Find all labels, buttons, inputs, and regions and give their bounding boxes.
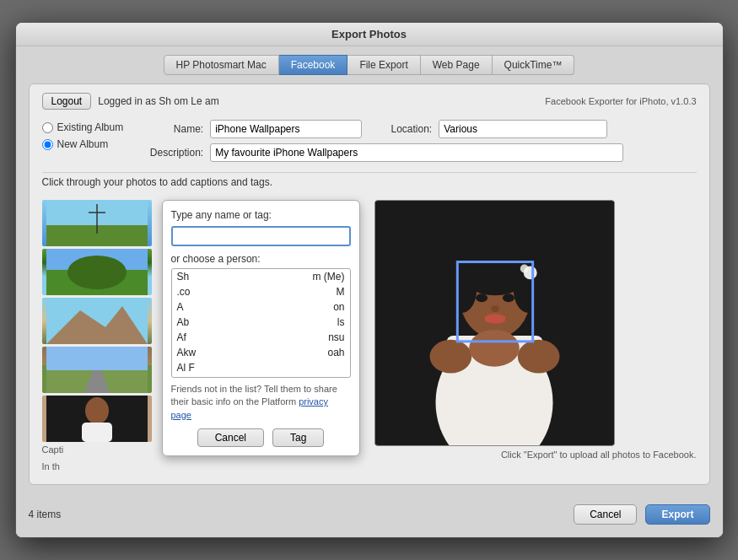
cancel-button[interactable]: Cancel [574,504,637,525]
location-input[interactable] [439,120,607,138]
person-list: Shm (Me) .coM Aon Abls [172,269,350,377]
svg-point-29 [429,340,471,374]
person-item[interactable]: Aon [172,299,350,315]
tab-web-page[interactable]: Web Page [421,55,493,75]
top-bar-left: Logout Logged in as Sh om Le am [42,93,219,110]
thumbnail-panel: Capti In th [42,200,152,471]
svg-point-31 [469,330,520,367]
tab-hp-photosmart[interactable]: HP Photosmart Mac [164,55,279,75]
photo-preview-panel: Click "Export" to upload all photos to F… [374,200,697,460]
items-count: 4 items [29,509,62,520]
svg-rect-9 [46,347,148,372]
titlebar: Export Photos [16,23,723,46]
svg-point-25 [476,293,488,302]
person-item[interactable]: Afnsu [172,330,350,345]
thumbnail-list [42,200,152,442]
version-text: Facebook Exporter for iPhoto, v1.0.3 [545,96,696,106]
thumbnail-item[interactable] [42,347,152,393]
logout-button[interactable]: Logout [42,93,92,110]
svg-rect-14 [82,423,112,442]
existing-album-radio[interactable] [42,122,53,133]
thumbnail-item[interactable] [42,298,152,344]
name-field-label: Name: [140,123,203,135]
instructions: Click through your photos to add caption… [42,172,697,191]
description-row: Description: [140,143,696,162]
person-item[interactable]: Al F [172,360,350,375]
tabs-bar: HP Photosmart Mac Facebook File Export W… [29,55,710,75]
person-item[interactable]: .coM [172,284,350,299]
thumbnail-item-selected[interactable] [42,396,152,442]
popup-panel: Type any name or tag: or choose a person… [162,200,360,456]
fields-section: Name: Location: Description: [140,120,696,162]
export-button[interactable]: Export [645,504,709,525]
caption-label: Capti [42,444,152,455]
name-input[interactable] [210,120,362,138]
inner-panel: Logout Logged in as Sh om Le am Facebook… [29,83,710,485]
new-album-label: New Album [57,138,109,150]
popup-buttons: Cancel Tag [171,428,351,447]
svg-point-28 [484,314,506,324]
window-content: HP Photosmart Mac Facebook File Export W… [16,46,723,537]
radio-group: Existing Album New Album [42,120,124,162]
svg-point-24 [520,264,528,272]
svg-point-30 [517,340,559,374]
window-title: Export Photos [331,28,407,40]
bottom-buttons: Cancel Export [574,504,709,525]
location-field-label: Location: [369,123,432,135]
existing-album-row: Existing Album [42,121,124,133]
svg-point-27 [491,305,499,312]
svg-point-13 [85,397,109,424]
new-album-radio[interactable] [42,139,53,150]
choose-person-label: or choose a person: [171,253,351,265]
export-hint: Click "Export" to upload all photos to F… [374,450,697,460]
new-album-row: New Album [42,138,124,150]
description-input[interactable] [210,143,623,162]
tab-facebook[interactable]: Facebook [279,55,348,75]
top-bar: Logout Logged in as Sh om Le am Facebook… [42,93,697,110]
tag-name-input[interactable] [171,226,351,246]
album-section: Existing Album New Album Name: Location: [42,120,697,162]
person-list-container: Shm (Me) .coM Aon Abls [171,268,351,378]
svg-point-26 [502,293,514,302]
person-item[interactable]: Shm (Me) [172,269,350,284]
popup-title: Type any name or tag: [171,209,351,221]
existing-album-label: Existing Album [57,121,124,133]
photo-preview[interactable] [374,200,615,446]
person-item[interactable]: Alexristie [172,375,350,377]
logged-in-text: Logged in as Sh om Le am [98,95,218,107]
main-window: Export Photos HP Photosmart Mac Facebook… [15,22,724,538]
friends-note: Friends not in the list? Tell them to sh… [171,383,351,422]
person-item[interactable]: Akwoah [172,345,350,360]
name-row: Name: Location: [140,120,696,138]
person-item[interactable]: Abls [172,315,350,330]
thumbnail-item[interactable] [42,200,152,246]
main-content-area: Capti In th Type any name or tag: or cho… [42,200,697,471]
description-field-label: Description: [140,147,203,159]
tag-popup: Type any name or tag: or choose a person… [162,200,364,456]
in-photo-label: In th [42,461,152,471]
in-photo-text: In th [42,461,60,471]
tag-button[interactable]: Tag [272,428,324,447]
tab-file-export[interactable]: File Export [347,55,420,75]
svg-point-6 [67,256,127,289]
cancel-button[interactable]: Cancel [197,428,264,447]
thumbnail-item[interactable] [42,249,152,295]
caption-text: Capti [42,444,64,455]
bottom-bar: 4 items Cancel Export [29,498,710,525]
svg-point-21 [446,266,477,313]
tab-quicktime[interactable]: QuickTime™ [493,55,575,75]
